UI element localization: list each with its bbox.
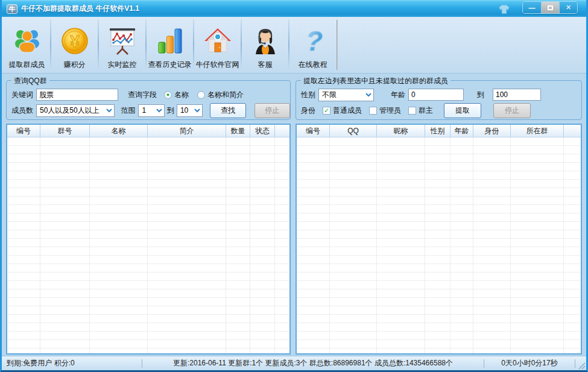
column-gridline [473,137,511,353]
bar-chart-icon [155,26,185,56]
question-mark-icon: ? [298,26,328,56]
keyword-input[interactable] [36,89,118,101]
toolbar-label: 赚积分 [64,60,86,70]
toolbar-end-separator [337,20,338,70]
groups-table: 编号 群号 名称 简介 数量 状态 [6,124,291,355]
toolbar-support-button[interactable]: 客服 [242,17,288,73]
close-button[interactable]: ✕ [559,2,577,13]
maximize-button[interactable] [541,2,559,13]
search-button[interactable]: 查找 [210,103,245,118]
column-gridline [450,137,473,353]
support-agent-icon [250,26,280,56]
column-header[interactable]: 年龄 [450,125,473,137]
radio-name-and-intro[interactable]: 名称和简介 [197,90,244,100]
checkbox-owner[interactable]: 群主 [408,106,433,116]
app-window: 牛 牛仔不加群提取群成员 牛仔软件V1.1 — ✕ [0,0,588,372]
chevron-down-icon [194,109,200,113]
toolbar-extract-members-button[interactable]: 提取群成员 [4,17,50,73]
titlebar: 牛 牛仔不加群提取群成员 牛仔软件V1.1 — ✕ [2,0,586,17]
column-header[interactable]: 简介 [148,125,226,137]
chevron-down-icon [156,109,162,113]
toolbar: 提取群成员 ¥ 赚积分 [2,17,586,74]
age-from-input[interactable] [408,89,464,101]
members-count-select[interactable]: 50人以及50人以上 [36,104,115,117]
checkbox-regular-member[interactable]: ✓ 普通成员 [323,106,362,116]
column-header[interactable]: 编号 [7,125,40,137]
radio-name[interactable]: ● 名称 [164,90,189,100]
column-header[interactable]: 数量 [226,125,250,137]
checkbox-mark [369,107,377,115]
toolbar-label: 客服 [258,60,273,70]
to-label: 到 [477,90,484,100]
column-gridline [425,137,450,353]
status-license: 到期:免费用户 积分:0 [2,358,142,368]
range-from-select[interactable]: 1 [138,104,164,117]
toolbar-website-button[interactable]: 牛仔软件官网 [194,17,241,73]
svg-text:¥: ¥ [70,32,80,51]
column-header[interactable]: 群号 [40,125,90,137]
checkbox-admin[interactable]: 管理员 [369,106,401,116]
chevron-down-icon [106,109,112,113]
column-gridline [250,137,275,353]
toolbar-realtime-monitor-button[interactable]: 实时监控 [99,17,145,73]
toolbar-history-button[interactable]: 查看历史记录 [147,17,193,73]
column-gridline [90,137,148,353]
column-header[interactable]: 昵称 [377,125,425,137]
chevron-down-icon [365,93,371,97]
toolbar-label: 提取群成员 [9,60,45,70]
gender-select[interactable]: 不限 [318,89,374,101]
toolbar-earn-points-button[interactable]: ¥ 赚积分 [51,17,98,73]
column-gridline [511,137,564,353]
main-area: 查询QQ群 关键词 查询字段 ● 名称 名称和简介 成员数 [2,74,586,356]
column-header[interactable]: QQ [330,125,377,137]
extract-groupbox-title: 提取左边列表里选中且未提取过的群的群成员 [301,76,450,86]
column-gridline [297,137,330,353]
checkbox-label: 管理员 [379,106,401,116]
members-table-body[interactable] [297,137,581,353]
column-header[interactable]: 身份 [473,125,511,137]
column-header[interactable]: 状态 [250,125,275,137]
extract-button[interactable]: 提取 [444,103,481,118]
age-to-input[interactable] [493,89,541,101]
chart-board-icon [107,26,138,56]
skin-shirt-icon[interactable] [498,3,511,15]
toolbar-tutorial-button[interactable]: ? 在线教程 [289,17,336,73]
keyword-label: 关键词 [11,90,33,100]
coin-icon: ¥ [60,26,90,56]
members-table: 编号 QQ 昵称 性别 年龄 身份 所在群 [296,124,582,355]
extract-groupbox: 提取左边列表里选中且未提取过的群的群成员 性别 不限 年龄 到 身份 ✓ [296,80,582,120]
stop-search-button: 停止 [254,103,290,118]
column-header[interactable]: 所在群 [511,125,564,137]
column-header[interactable]: 名称 [90,125,148,137]
column-gridline [377,137,425,353]
status-update-info: 更新:2016-06-11 更新群:1个 更新成员:3个 群总数:8689698… [142,358,484,368]
query-field-label: 查询字段 [128,90,157,100]
toolbar-label: 查看历史记录 [148,60,192,70]
column-gridline [40,137,90,353]
to-label: 到 [167,106,174,116]
svg-text:?: ? [305,27,322,55]
query-row-2: 成员数 50人以及50人以上 范围 1 到 10 查找 [7,102,290,118]
extract-row-1: 性别 不限 年龄 到 [296,87,581,102]
resize-grip-icon[interactable] [575,359,586,370]
gender-label: 性别 [301,90,315,100]
stop-extract-button: 停止 [493,103,531,118]
groups-table-body[interactable] [7,137,289,353]
radio-label: 名称 [174,90,189,100]
people-group-icon [12,26,42,56]
toolbar-label: 在线教程 [299,60,327,70]
query-groupbox: 查询QQ群 关键词 查询字段 ● 名称 名称和简介 成员数 [6,80,291,120]
checkbox-label: 普通成员 [333,106,362,116]
range-to-select[interactable]: 10 [177,104,203,117]
checkbox-label: 群主 [419,106,433,116]
column-header[interactable]: 编号 [297,125,330,137]
radio-dot [197,91,205,99]
minimize-button[interactable]: — [523,2,541,13]
column-gridline [148,137,226,353]
column-header[interactable]: 性别 [425,125,450,137]
column-header-filler [275,125,289,137]
radio-label: 名称和简介 [207,90,244,100]
column-gridline [7,137,40,353]
checkbox-mark [408,107,416,115]
toolbar-label: 实时监控 [108,60,137,70]
